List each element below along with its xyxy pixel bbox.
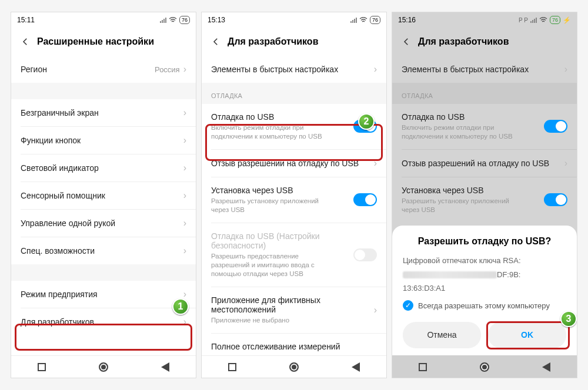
- rsa-label: Цифровой отпечаток ключа RSA:: [403, 255, 566, 267]
- install-usb-row: Установка через USBРазрешить установку п…: [392, 177, 577, 223]
- usb-security-row[interactable]: Отладка по USB (Настройки безопасности)Р…: [202, 223, 386, 287]
- battery-icon: 76: [550, 16, 560, 24]
- page-title: Расширенные настройки: [37, 36, 154, 47]
- signal-icon: [350, 17, 357, 23]
- usb-debug-row: Отладка по USBВключить режим отладки при…: [392, 104, 577, 149]
- dialog-body: Цифровой отпечаток ключа RSA: DF:9B: 13:…: [403, 255, 566, 348]
- status-right: 76: [160, 16, 190, 24]
- phone-screen-2: 15:13 76 Для разработчиков Элементы в бы…: [201, 12, 387, 378]
- checkbox-checked-icon[interactable]: ✓: [403, 300, 413, 311]
- wifi-icon: [359, 17, 368, 23]
- revoke-row: Отзыв разрешений на отладку по USB›: [392, 150, 577, 177]
- header: Для разработчиков: [202, 28, 386, 56]
- ok-button[interactable]: OK: [488, 322, 566, 348]
- nav-back-icon[interactable]: [352, 362, 360, 372]
- nav-home-icon[interactable]: [99, 362, 108, 372]
- phone-screen-3: 15:16 P P 76 ⚡ Для разработчиков Элемент…: [392, 12, 577, 378]
- nav-bar: [11, 355, 196, 378]
- chevron-right-icon: ›: [183, 317, 186, 327]
- status-time: 15:13: [208, 16, 225, 24]
- chevron-right-icon: ›: [183, 107, 186, 118]
- step-badge-2: 2: [358, 113, 375, 130]
- nav-back-icon[interactable]: [161, 362, 169, 372]
- chevron-right-icon: ›: [183, 163, 186, 173]
- signal-icon: [530, 17, 537, 23]
- cancel-button[interactable]: Отмена: [403, 322, 481, 348]
- chevron-right-icon: ›: [183, 289, 186, 300]
- install-usb-row[interactable]: Установка через USBРазрешить установку п…: [202, 177, 386, 223]
- developer-options-row[interactable]: Для разработчиков›: [11, 308, 196, 335]
- header: Для разработчиков: [392, 28, 577, 56]
- nav-recent-icon[interactable]: [228, 363, 236, 371]
- status-bar: 15:11 76: [11, 12, 196, 28]
- chevron-right-icon: ›: [183, 190, 186, 201]
- chevron-right-icon: ›: [564, 158, 567, 169]
- nav-home-icon[interactable]: [289, 362, 299, 372]
- section-header-debug: ОТЛАДКА: [392, 83, 577, 104]
- list-item[interactable]: Управление одной рукой›: [11, 210, 196, 237]
- battery-icon: 76: [370, 16, 380, 24]
- status-bar: 15:13 76: [202, 12, 386, 28]
- status-right: P P 76 ⚡: [519, 16, 571, 24]
- back-button[interactable]: [17, 33, 34, 50]
- status-time: 15:16: [398, 16, 416, 24]
- nav-bar: [202, 355, 386, 378]
- list-item[interactable]: Безграничный экран›: [11, 99, 196, 126]
- battery-icon: 76: [179, 16, 190, 24]
- step-badge-3: 3: [560, 311, 577, 327]
- chevron-right-icon: ›: [374, 64, 377, 75]
- chevron-right-icon: ›: [374, 158, 377, 169]
- list-item[interactable]: Спец. возможности›: [11, 237, 196, 264]
- chevron-right-icon: ›: [564, 64, 567, 75]
- nav-back-icon[interactable]: [542, 362, 550, 372]
- chevron-right-icon: ›: [183, 218, 186, 228]
- quick-tiles-row: Элементы в быстрых настройках›: [392, 56, 577, 83]
- nav-recent-icon[interactable]: [419, 363, 427, 371]
- quick-tiles-row[interactable]: Элементы в быстрых настройках›: [202, 56, 386, 83]
- content: Регион Россия › Безграничный экран› Функ…: [11, 56, 196, 355]
- usb-security-toggle[interactable]: [353, 248, 377, 261]
- list-item[interactable]: Световой индикатор›: [11, 154, 196, 181]
- signal-icon: [160, 17, 166, 23]
- usb-debug-row[interactable]: Отладка по USBВключить режим отладки при…: [202, 104, 386, 149]
- rsa-fingerprint-redacted: [403, 271, 497, 278]
- region-row[interactable]: Регион Россия ›: [11, 56, 196, 83]
- status-bar: 15:16 P P 76 ⚡: [392, 12, 577, 28]
- nav-home-icon[interactable]: [480, 362, 489, 372]
- revoke-row[interactable]: Отзыв разрешений на отладку по USB›: [202, 150, 386, 177]
- chevron-right-icon: ›: [183, 135, 186, 146]
- nav-bar: [392, 355, 577, 378]
- header: Расширенные настройки: [11, 28, 196, 56]
- usb-debug-toggle: [544, 120, 567, 133]
- list-item[interactable]: Функции кнопок›: [11, 127, 196, 154]
- status-right: 76: [350, 16, 380, 24]
- back-button[interactable]: [208, 33, 224, 50]
- chevron-right-icon: ›: [374, 305, 377, 315]
- always-allow-row[interactable]: ✓ Всегда разрешать этому компьютеру: [403, 300, 566, 312]
- chevron-right-icon: ›: [183, 64, 186, 75]
- step-badge-1: 1: [172, 298, 189, 315]
- phone-screen-1: 15:11 76 Расширенные настройки Регион Ро…: [11, 12, 196, 378]
- dialog-title: Разрешить отладку по USB?: [403, 236, 566, 247]
- measurements-row[interactable]: Полное отслеживание измерений: [202, 334, 386, 355]
- chevron-right-icon: ›: [183, 246, 186, 256]
- install-usb-toggle: [544, 193, 567, 206]
- content: Элементы в быстрых настройках› ОТЛАДКА О…: [202, 56, 386, 355]
- rsa-line2: 13:63:D3:A1: [403, 283, 566, 294]
- install-usb-toggle[interactable]: [353, 193, 377, 206]
- section-header-debug: ОТЛАДКА: [202, 83, 386, 104]
- back-button: [398, 33, 415, 50]
- enterprise-row[interactable]: Режим предприятия›: [11, 281, 196, 308]
- mock-location-row[interactable]: Приложение для фиктивных местоположенийП…: [202, 287, 386, 333]
- list-item[interactable]: Сенсорный помощник›: [11, 182, 196, 209]
- page-title: Для разработчиков: [418, 36, 509, 47]
- status-time: 15:11: [17, 16, 35, 24]
- page-title: Для разработчиков: [228, 36, 318, 47]
- wifi-icon: [169, 17, 177, 23]
- nav-recent-icon[interactable]: [38, 363, 46, 371]
- wifi-icon: [539, 17, 547, 23]
